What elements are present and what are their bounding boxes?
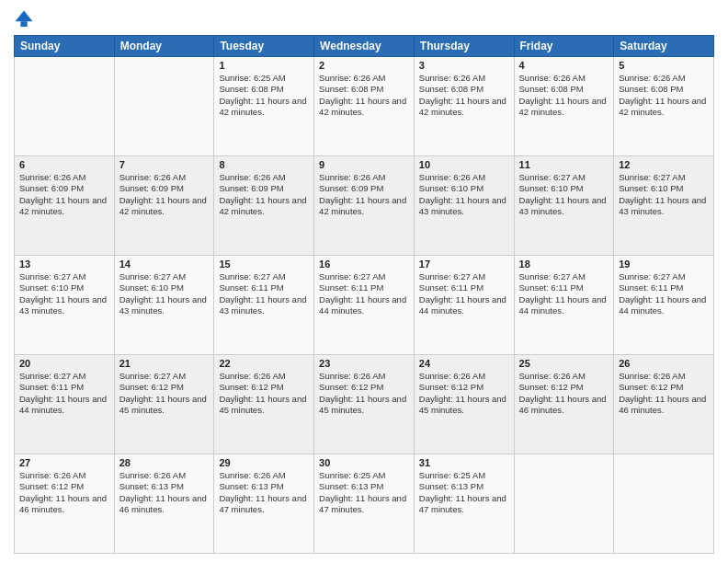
day-number: 21 (119, 358, 210, 369)
weekday-friday: Friday (514, 36, 614, 57)
day-info: Sunrise: 6:26 AM Sunset: 6:09 PM Dayligh… (319, 172, 409, 217)
day-info: Sunrise: 6:26 AM Sunset: 6:12 PM Dayligh… (419, 371, 509, 416)
calendar-cell: 9Sunrise: 6:26 AM Sunset: 6:09 PM Daylig… (314, 156, 415, 256)
week-row-4: 20Sunrise: 6:27 AM Sunset: 6:11 PM Dayli… (15, 355, 714, 454)
day-number: 25 (519, 358, 609, 369)
day-number: 28 (119, 457, 210, 468)
calendar-cell: 6Sunrise: 6:26 AM Sunset: 6:09 PM Daylig… (15, 156, 115, 256)
day-info: Sunrise: 6:26 AM Sunset: 6:12 PM Dayligh… (19, 470, 109, 515)
day-info: Sunrise: 6:26 AM Sunset: 6:12 PM Dayligh… (519, 371, 609, 416)
calendar-cell: 18Sunrise: 6:27 AM Sunset: 6:11 PM Dayli… (514, 256, 614, 355)
day-number: 4 (519, 60, 609, 71)
day-info: Sunrise: 6:26 AM Sunset: 6:13 PM Dayligh… (119, 470, 210, 515)
calendar-cell: 14Sunrise: 6:27 AM Sunset: 6:10 PM Dayli… (114, 256, 214, 355)
calendar-cell: 10Sunrise: 6:26 AM Sunset: 6:10 PM Dayli… (414, 156, 514, 256)
day-number: 12 (619, 159, 709, 170)
calendar-cell: 16Sunrise: 6:27 AM Sunset: 6:11 PM Dayli… (314, 256, 415, 355)
calendar-cell: 26Sunrise: 6:26 AM Sunset: 6:12 PM Dayli… (614, 355, 714, 454)
day-info: Sunrise: 6:25 AM Sunset: 6:13 PM Dayligh… (319, 470, 409, 515)
day-number: 2 (319, 60, 409, 71)
day-info: Sunrise: 6:26 AM Sunset: 6:12 PM Dayligh… (319, 371, 409, 416)
svg-marker-0 (15, 10, 32, 21)
day-info: Sunrise: 6:26 AM Sunset: 6:13 PM Dayligh… (219, 470, 309, 515)
day-number: 15 (219, 259, 309, 270)
day-number: 20 (19, 358, 109, 369)
day-number: 18 (519, 259, 609, 270)
day-info: Sunrise: 6:27 AM Sunset: 6:10 PM Dayligh… (519, 172, 609, 217)
day-info: Sunrise: 6:26 AM Sunset: 6:09 PM Dayligh… (19, 172, 109, 217)
calendar-cell: 1Sunrise: 6:25 AM Sunset: 6:08 PM Daylig… (214, 57, 314, 156)
day-number: 17 (419, 259, 509, 270)
weekday-saturday: Saturday (614, 36, 714, 57)
day-number: 11 (519, 159, 609, 170)
day-info: Sunrise: 6:26 AM Sunset: 6:08 PM Dayligh… (619, 73, 709, 118)
day-info: Sunrise: 6:26 AM Sunset: 6:12 PM Dayligh… (219, 371, 309, 416)
day-info: Sunrise: 6:27 AM Sunset: 6:11 PM Dayligh… (519, 271, 609, 316)
day-info: Sunrise: 6:27 AM Sunset: 6:11 PM Dayligh… (619, 271, 709, 316)
day-number: 31 (419, 457, 509, 468)
day-number: 1 (219, 60, 309, 71)
calendar-cell: 5Sunrise: 6:26 AM Sunset: 6:08 PM Daylig… (614, 57, 714, 156)
page: SundayMondayTuesdayWednesdayThursdayFrid… (0, 0, 728, 563)
calendar-cell: 3Sunrise: 6:26 AM Sunset: 6:08 PM Daylig… (414, 57, 514, 156)
calendar-cell: 7Sunrise: 6:26 AM Sunset: 6:09 PM Daylig… (114, 156, 214, 256)
calendar-cell: 19Sunrise: 6:27 AM Sunset: 6:11 PM Dayli… (614, 256, 714, 355)
calendar-cell: 23Sunrise: 6:26 AM Sunset: 6:12 PM Dayli… (314, 355, 415, 454)
day-info: Sunrise: 6:25 AM Sunset: 6:08 PM Dayligh… (219, 73, 309, 118)
calendar-cell: 11Sunrise: 6:27 AM Sunset: 6:10 PM Dayli… (514, 156, 614, 256)
day-info: Sunrise: 6:27 AM Sunset: 6:11 PM Dayligh… (319, 271, 409, 316)
calendar-cell: 22Sunrise: 6:26 AM Sunset: 6:12 PM Dayli… (214, 355, 314, 454)
weekday-wednesday: Wednesday (314, 36, 415, 57)
day-info: Sunrise: 6:26 AM Sunset: 6:09 PM Dayligh… (119, 172, 210, 217)
calendar-cell: 25Sunrise: 6:26 AM Sunset: 6:12 PM Dayli… (514, 355, 614, 454)
day-info: Sunrise: 6:26 AM Sunset: 6:10 PM Dayligh… (419, 172, 509, 217)
day-number: 23 (319, 358, 409, 369)
day-number: 27 (19, 457, 109, 468)
day-number: 30 (319, 457, 409, 468)
day-info: Sunrise: 6:26 AM Sunset: 6:08 PM Dayligh… (519, 73, 609, 118)
day-number: 9 (319, 159, 409, 170)
header (14, 9, 714, 29)
day-info: Sunrise: 6:27 AM Sunset: 6:10 PM Dayligh… (619, 172, 709, 217)
day-number: 22 (219, 358, 309, 369)
calendar-cell: 31Sunrise: 6:25 AM Sunset: 6:13 PM Dayli… (414, 454, 514, 554)
week-row-5: 27Sunrise: 6:26 AM Sunset: 6:12 PM Dayli… (15, 454, 714, 554)
day-info: Sunrise: 6:27 AM Sunset: 6:12 PM Dayligh… (119, 371, 210, 416)
day-number: 14 (119, 259, 210, 270)
calendar-cell: 15Sunrise: 6:27 AM Sunset: 6:11 PM Dayli… (214, 256, 314, 355)
weekday-monday: Monday (114, 36, 214, 57)
logo-icon (14, 9, 34, 29)
day-number: 29 (219, 457, 309, 468)
calendar-cell: 29Sunrise: 6:26 AM Sunset: 6:13 PM Dayli… (214, 454, 314, 554)
week-row-3: 13Sunrise: 6:27 AM Sunset: 6:10 PM Dayli… (15, 256, 714, 355)
day-info: Sunrise: 6:26 AM Sunset: 6:08 PM Dayligh… (319, 73, 409, 118)
weekday-sunday: Sunday (15, 36, 115, 57)
day-info: Sunrise: 6:26 AM Sunset: 6:09 PM Dayligh… (219, 172, 309, 217)
day-number: 8 (219, 159, 309, 170)
calendar-cell (15, 57, 115, 156)
weekday-thursday: Thursday (414, 36, 514, 57)
day-info: Sunrise: 6:27 AM Sunset: 6:11 PM Dayligh… (419, 271, 509, 316)
calendar-cell: 20Sunrise: 6:27 AM Sunset: 6:11 PM Dayli… (15, 355, 115, 454)
calendar-cell: 21Sunrise: 6:27 AM Sunset: 6:12 PM Dayli… (114, 355, 214, 454)
day-number: 19 (619, 259, 709, 270)
day-info: Sunrise: 6:25 AM Sunset: 6:13 PM Dayligh… (419, 470, 509, 515)
calendar-cell: 27Sunrise: 6:26 AM Sunset: 6:12 PM Dayli… (15, 454, 115, 554)
calendar-cell (514, 454, 614, 554)
day-info: Sunrise: 6:27 AM Sunset: 6:10 PM Dayligh… (119, 271, 210, 316)
day-number: 24 (419, 358, 509, 369)
day-info: Sunrise: 6:26 AM Sunset: 6:12 PM Dayligh… (619, 371, 709, 416)
day-number: 6 (19, 159, 109, 170)
day-info: Sunrise: 6:26 AM Sunset: 6:08 PM Dayligh… (419, 73, 509, 118)
day-info: Sunrise: 6:27 AM Sunset: 6:10 PM Dayligh… (19, 271, 109, 316)
calendar-cell: 28Sunrise: 6:26 AM Sunset: 6:13 PM Dayli… (114, 454, 214, 554)
svg-rect-1 (20, 21, 27, 27)
day-number: 3 (419, 60, 509, 71)
day-number: 7 (119, 159, 210, 170)
calendar-cell (614, 454, 714, 554)
calendar-cell: 8Sunrise: 6:26 AM Sunset: 6:09 PM Daylig… (214, 156, 314, 256)
calendar-cell: 13Sunrise: 6:27 AM Sunset: 6:10 PM Dayli… (15, 256, 115, 355)
day-number: 13 (19, 259, 109, 270)
day-number: 26 (619, 358, 709, 369)
calendar-cell: 2Sunrise: 6:26 AM Sunset: 6:08 PM Daylig… (314, 57, 415, 156)
